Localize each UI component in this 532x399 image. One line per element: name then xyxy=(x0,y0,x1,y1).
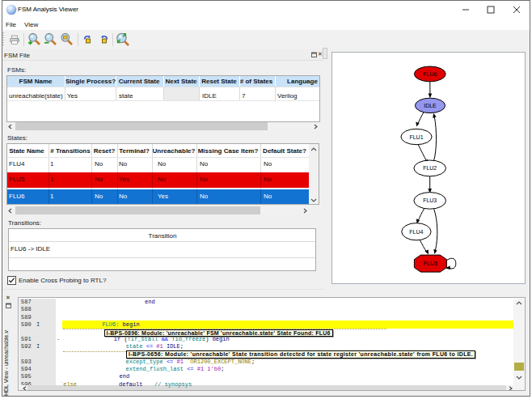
svg-text:FLU4: FLU4 xyxy=(409,229,423,235)
svg-text:FLU5: FLU5 xyxy=(424,261,437,266)
svg-text:IDLE: IDLE xyxy=(424,103,437,108)
svg-text:FLU6: FLU6 xyxy=(423,71,437,77)
svg-text:FLU2: FLU2 xyxy=(423,165,437,171)
svg-text:FLU3: FLU3 xyxy=(423,197,437,203)
svg-text:FLU1: FLU1 xyxy=(409,134,423,140)
